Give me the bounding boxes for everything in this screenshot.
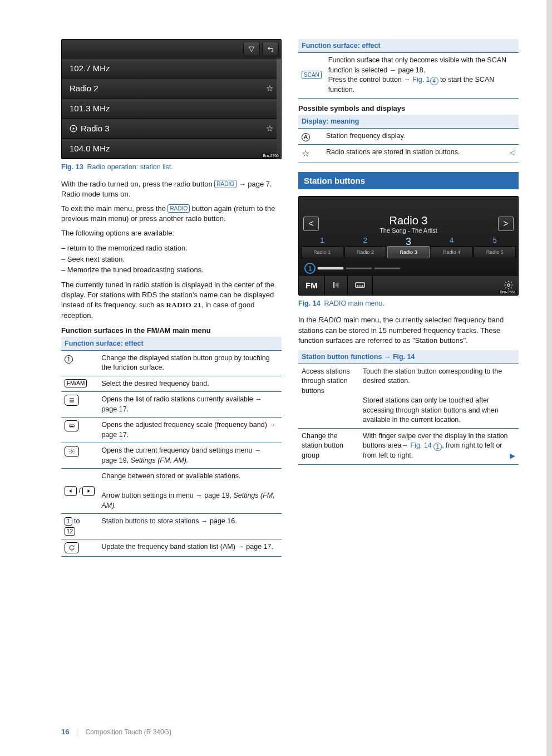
svg-point-14 (333, 287, 334, 288)
station-row[interactable]: 102.7 MHz (62, 58, 281, 78)
group-dot[interactable] (374, 267, 401, 269)
cell-text: Opens the adjusted frequency scale (freq… (98, 418, 282, 443)
table-header: Function surface: effect (61, 337, 282, 351)
shot2-bottom-bar: FM (299, 275, 518, 295)
station-row[interactable]: Radio 3 ☆ (62, 119, 281, 139)
preset-label: Radio 4 (431, 246, 473, 258)
table-row: Opens the current frequency band setting… (61, 443, 282, 469)
scan-key-icon: SCAN (302, 71, 322, 79)
list-item: return to the memorized radio station. (61, 243, 282, 254)
cell-text: Change between stored or available stati… (98, 469, 282, 514)
list-icon[interactable] (325, 276, 348, 295)
paragraph: The following options are available: (61, 228, 282, 238)
shot2-title-bar: < Radio 3 The Song - The Artist > (299, 211, 518, 236)
circled-1-icon: 1 (433, 443, 442, 451)
group-dot[interactable] (346, 267, 372, 269)
table-row: / Change between stored or available sta… (61, 469, 282, 514)
key-1-icon: 1 (65, 517, 72, 526)
preset-label: Radio 1 (301, 246, 343, 258)
figure-13-screenshot: ▽ 102.7 MHz Radio 2☆ 101.3 MHz Radio 3 ☆… (61, 39, 282, 159)
subheading: Function surfaces in the FM/AM main menu (61, 326, 282, 335)
image-id: Bra-2766 (262, 154, 280, 158)
preset-num: 3 (387, 236, 430, 246)
preset-num: 2 (344, 236, 387, 246)
frequency-scale-icon[interactable] (348, 276, 373, 295)
fm-am-key-icon: FM/AM (65, 379, 87, 387)
list-item: Seek next station. (61, 254, 282, 265)
cell-name: Access stations through station buttons (298, 364, 359, 428)
options-list: return to the memorized radio station. S… (61, 243, 282, 276)
prev-station-button[interactable]: < (303, 217, 319, 231)
display-meaning-table: Display: meaning A Station frequency dis… (298, 115, 519, 163)
table-row: Update the frequency band station list (… (61, 539, 282, 557)
preset-button[interactable]: 4Radio 4 (431, 236, 473, 258)
preset-label: Radio 2 (344, 246, 387, 258)
cell-name: Change the station button group (298, 428, 359, 464)
preset-button[interactable]: 2Radio 2 (344, 236, 387, 258)
figure-number: Fig. 13 (61, 163, 83, 171)
station-row[interactable]: 101.3 MHz (62, 99, 281, 119)
back-icon[interactable] (262, 42, 279, 56)
next-station-button[interactable]: > (498, 217, 514, 231)
svg-point-21 (507, 284, 510, 287)
cell-text: Select the desired frequency band. (98, 376, 282, 392)
fm-button[interactable]: FM (299, 276, 325, 295)
station-row[interactable]: 104.0 MHz (62, 139, 281, 159)
circled-1-icon: 1 (65, 355, 73, 364)
station-label: Radio 3 (81, 124, 110, 133)
station-label: 101.3 MHz (70, 104, 110, 113)
cell-text: Touch the station button corresponding t… (359, 364, 519, 428)
preset-label: Radio 5 (474, 246, 516, 258)
cell-text: Station frequency display. (323, 128, 519, 144)
preset-button[interactable]: 3Radio 3 (387, 236, 430, 258)
group-dot[interactable] (317, 267, 344, 270)
preset-group-indicator: 1 (299, 261, 518, 275)
text: to (72, 517, 80, 525)
station-row[interactable]: Radio 2☆ (62, 78, 281, 99)
svg-point-10 (333, 283, 334, 284)
cell-text: Opens the list of radio stations current… (98, 392, 282, 418)
footer-title: Composition Touch (R 340G) (85, 728, 171, 736)
star-icon: ☆ (266, 124, 273, 134)
preset-num: 4 (431, 236, 473, 246)
end-section-icon: ◁ (510, 148, 515, 158)
play-circle-icon (70, 125, 77, 132)
radio-key-icon: RADIO (214, 180, 236, 188)
scrollbar[interactable] (277, 58, 281, 159)
paragraph: With the radio turned on, press the radi… (61, 179, 282, 199)
right-column: Function surface: effect SCAN Function s… (298, 39, 519, 557)
now-playing-row: Radio 3 (70, 124, 110, 133)
callout-1-icon: 1 (304, 263, 316, 274)
table-row: SCAN Function surface that only becomes … (298, 53, 519, 99)
star-icon: ☆ (266, 84, 273, 94)
text: To exit the main menu, press the (61, 204, 167, 213)
preset-button[interactable]: 5Radio 5 (474, 236, 516, 258)
refresh-icon (65, 542, 79, 553)
page-footer: 16 Composition Touch (R 340G) (61, 728, 171, 736)
song-artist: The Song - The Artist (379, 227, 437, 234)
function-surfaces-table: Function surface: effect 1 Change the di… (61, 337, 282, 557)
preset-button[interactable]: 1Radio 1 (301, 236, 343, 258)
svg-point-12 (333, 285, 334, 286)
list-item: Memorize the tuned broadcasting stations… (61, 264, 282, 276)
cell-text: Radio stations are stored in station but… (323, 144, 519, 163)
table-row: Opens the adjusted frequency scale (freq… (61, 418, 282, 443)
preset-row: 1Radio 1 2Radio 2 3Radio 3 4Radio 4 5Rad… (299, 236, 518, 261)
table-row: ☆ Radio stations are stored in station b… (298, 144, 519, 163)
station-name: Radio 3 (379, 214, 437, 227)
paragraph: The currently tuned in radio station is … (61, 280, 282, 321)
funnel-icon[interactable]: ▽ (243, 42, 260, 56)
preset-num: 5 (474, 236, 516, 246)
text: In the (298, 316, 318, 324)
two-columns: ▽ 102.7 MHz Radio 2☆ 101.3 MHz Radio 3 ☆… (61, 39, 519, 557)
star-icon: ☆ (298, 144, 323, 163)
station-label: 104.0 MHz (70, 144, 110, 153)
image-id: Bra-2561 (499, 290, 517, 294)
figure-number: Fig. 14 (298, 300, 321, 307)
station-button-functions-table: Station button functions → Fig. 14 Acces… (298, 350, 519, 465)
figure-14-screenshot: < Radio 3 The Song - The Artist > 1Radio… (298, 196, 519, 296)
figure-text: RADIO main menu. (324, 300, 385, 307)
table-row: Opens the list of radio stations current… (61, 392, 282, 418)
table-header: Display: meaning (298, 115, 519, 129)
left-column: ▽ 102.7 MHz Radio 2☆ 101.3 MHz Radio 3 ☆… (61, 39, 282, 557)
